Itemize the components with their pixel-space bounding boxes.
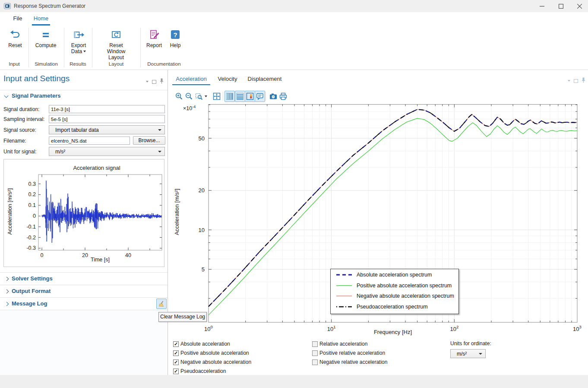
svg-text:102: 102	[450, 324, 458, 332]
undo-icon	[3, 29, 27, 41]
svg-text:?: ?	[173, 31, 177, 38]
checkbox-positive-absolute-acceleration[interactable]: ✓Positive absolute acceleration	[173, 350, 303, 357]
legend-item: Absolute acceleration spectrum	[331, 270, 458, 280]
export-data-button[interactable]: Export Data	[66, 29, 92, 54]
print-button[interactable]	[278, 91, 288, 102]
graphics-menu-chevron-icon[interactable]	[568, 80, 570, 82]
x-grid-toggle-button[interactable]	[224, 91, 235, 102]
zoom-in-button[interactable]	[174, 91, 184, 102]
signal-duration-input[interactable]	[49, 105, 165, 113]
equals-icon	[34, 29, 58, 41]
reset-label: Reset	[3, 42, 27, 48]
report-button[interactable]: Report	[142, 29, 166, 48]
snapshot-button[interactable]	[268, 91, 278, 102]
svg-text:101: 101	[327, 324, 336, 332]
zoom-in-icon	[175, 92, 183, 101]
svg-text:50: 50	[199, 135, 205, 142]
units-for-ordinate-select[interactable]: m/s²	[450, 349, 486, 358]
graphics-float-icon[interactable]	[574, 79, 578, 83]
menu-file[interactable]: File	[9, 12, 26, 26]
close-button[interactable]	[570, 0, 588, 12]
ribbon-separator	[28, 28, 29, 67]
output-format-row[interactable]: Output Format	[0, 285, 167, 297]
zoom-out-button[interactable]	[184, 91, 194, 102]
tab-displacement[interactable]: Displacement	[245, 74, 285, 84]
section-signal-parameters[interactable]: Signal Parameters	[12, 92, 60, 99]
app-icon	[4, 3, 11, 9]
unit-for-signal-select[interactable]: m/s²	[49, 147, 165, 156]
panel-menu-chevron-icon[interactable]	[146, 81, 149, 83]
maximize-button[interactable]	[551, 0, 570, 12]
color-legend-toggle-button[interactable]	[245, 91, 255, 102]
titlebar: Response Spectrum Generator	[0, 0, 588, 12]
legend-label: Absolute acceleration spectrum	[357, 272, 432, 278]
export-data-label: Export Data	[66, 42, 92, 54]
compute-button[interactable]: Compute	[34, 29, 58, 48]
svg-text:100: 100	[204, 324, 213, 332]
ribbon-separator	[64, 28, 64, 67]
select-caret-icon	[479, 353, 482, 355]
legend-label: Pseudoacceleration spectrum	[357, 304, 428, 310]
menubar: File Home	[0, 12, 588, 26]
section-output-format: Output Format	[12, 288, 51, 294]
annotation-icon	[256, 92, 264, 101]
tab-velocity[interactable]: Velocity	[215, 74, 240, 84]
y-grid-toggle-button[interactable]	[235, 91, 245, 102]
sampling-interval-label: Sampling interval:	[3, 116, 44, 122]
app-window: Response Spectrum Generator File Home Re…	[0, 0, 588, 388]
checkbox-pseudoacceleration[interactable]: ✓Pseudoacceleration	[173, 368, 303, 375]
checkbox-absolute-acceleration[interactable]: ✓Absolute acceleration	[173, 341, 303, 348]
legend-item: Pseudoacceleration spectrum	[331, 302, 458, 312]
menu-home[interactable]: Home	[31, 12, 51, 26]
graphics-panel: Acceleration Velocity Displacement ×10-4…	[169, 70, 588, 375]
report-label: Report	[142, 42, 166, 48]
signal-source-value: Import tabular data	[55, 127, 99, 133]
tab-acceleration[interactable]: Acceleration	[172, 74, 210, 84]
acceleration-signal-chart: Acceleration signal Acceleration [m/s²] …	[3, 159, 164, 267]
signal-duration-label: Signal duration:	[3, 106, 39, 112]
zoom-options-caret[interactable]	[203, 91, 209, 102]
signal-source-select[interactable]: Import tabular data	[49, 125, 165, 134]
signal-parameters-chevron-icon[interactable]	[4, 94, 9, 98]
ribbon: Reset Compute Export Data Reset Window L…	[0, 26, 588, 70]
toolbar-separator	[266, 92, 266, 101]
svg-text:-0.3: -0.3	[26, 245, 36, 251]
panel-pin-icon[interactable]	[160, 78, 164, 85]
checkbox-positive-relative-acceleration[interactable]: Positive relative acceleration	[312, 350, 442, 357]
reset-button[interactable]: Reset	[3, 29, 27, 48]
svg-text:0.3: 0.3	[28, 181, 36, 187]
panel-float-icon[interactable]	[152, 80, 156, 84]
reset-window-icon	[100, 29, 133, 41]
solver-settings-chevron-icon	[5, 277, 9, 281]
panel-empty-area	[0, 310, 167, 375]
filename-input[interactable]	[49, 137, 130, 145]
svg-text:0: 0	[41, 252, 44, 258]
legend-label: Negative absolute acceleration spectrum	[357, 293, 454, 299]
unit-for-signal-value: m/s²	[55, 149, 65, 155]
annotation-toggle-button[interactable]	[255, 91, 265, 102]
broom-icon	[158, 301, 165, 307]
unit-for-signal-label: Unit for signal:	[3, 149, 37, 155]
checkbox-negative-relative-acceleration[interactable]: Negative relative acceleration	[312, 359, 442, 366]
select-caret-icon	[158, 129, 161, 131]
svg-text:-0.2: -0.2	[26, 235, 36, 241]
minimize-button[interactable]	[532, 0, 551, 12]
ribbon-group-results: Results	[64, 61, 92, 67]
units-for-ordinate-value: m/s²	[457, 351, 467, 357]
reset-window-layout-button[interactable]: Reset Window Layout	[100, 29, 133, 60]
browse-button[interactable]: Browse...	[133, 136, 165, 145]
sampling-interval-input[interactable]	[49, 115, 165, 123]
legend-line-negative-icon	[335, 293, 353, 299]
signal-plot[interactable]: 020400.30.20.10-0.1-0.2-0.3	[4, 159, 164, 267]
clear-message-log-button[interactable]	[156, 299, 167, 309]
zoom-box-icon	[195, 92, 203, 101]
help-button[interactable]: ? Help	[164, 29, 187, 48]
zoom-extents-button[interactable]	[212, 91, 222, 102]
checkbox-relative-acceleration[interactable]: Relative acceleration	[312, 341, 442, 348]
graphics-pin-icon[interactable]	[582, 77, 585, 84]
legend-line-absolute-icon	[335, 272, 353, 277]
solver-settings-row[interactable]: Solver Settings	[0, 273, 167, 285]
legend-label: Positive absolute acceleration spectrum	[357, 283, 452, 289]
message-log-row[interactable]: Message Log	[0, 298, 167, 310]
checkbox-negative-absolute-acceleration[interactable]: ✓Negative absolute acceleration	[173, 359, 303, 366]
